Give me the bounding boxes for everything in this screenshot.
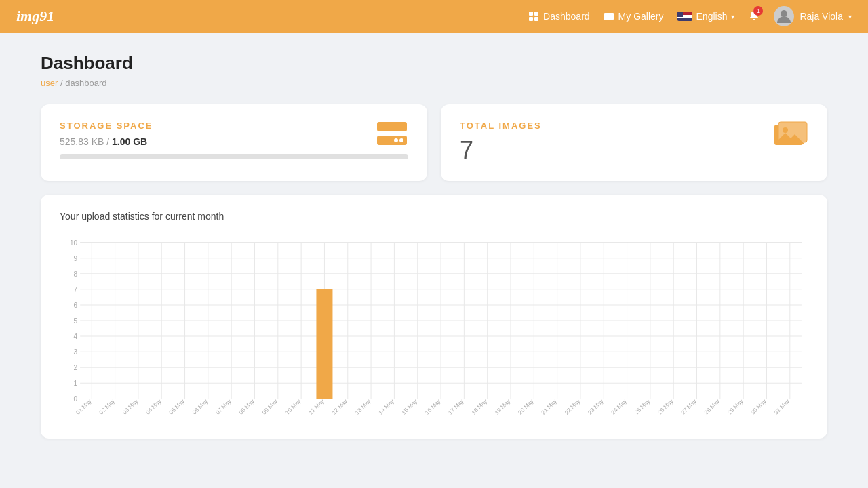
images-icon (773, 121, 808, 150)
flag-icon (677, 12, 692, 21)
app-logo: img91 (16, 7, 54, 25)
svg-point-6 (781, 10, 787, 17)
language-chevron-icon: ▾ (731, 13, 734, 20)
main-content: Dashboard user / dashboard STORAGE SPACE… (0, 33, 868, 459)
storage-usage-text: 525.83 KB / 1.00 GB (60, 136, 408, 147)
breadcrumb: user / dashboard (41, 78, 827, 88)
storage-total: 1.00 GB (112, 136, 147, 147)
user-name: Raja Viola (800, 11, 843, 22)
nav-gallery-label: My Gallery (618, 11, 664, 22)
storage-card: STORAGE SPACE 525.83 KB / 1.00 GB (41, 104, 427, 181)
nav-dashboard-label: Dashboard (543, 11, 590, 22)
storage-card-title: STORAGE SPACE (60, 121, 408, 131)
svg-rect-7 (377, 122, 407, 131)
svg-rect-2 (529, 17, 533, 21)
chart-section: Your upload statistics for current month… (41, 195, 827, 439)
svg-point-10 (394, 138, 398, 142)
storage-used: 525.83 KB (60, 136, 104, 147)
svg-point-14 (783, 127, 788, 133)
header-navigation: Dashboard My Gallery English ▾ 1 Raja Vi… (528, 6, 852, 26)
stats-cards: STORAGE SPACE 525.83 KB / 1.00 GB TOTAL (41, 104, 827, 181)
svg-point-9 (399, 138, 403, 142)
notification-bell[interactable]: 1 (748, 9, 760, 24)
images-count: 7 (460, 136, 808, 165)
breadcrumb-current: dashboard (65, 78, 106, 88)
svg-rect-3 (534, 17, 538, 21)
user-chevron-icon: ▾ (848, 13, 852, 20)
language-selector[interactable]: English ▾ (677, 11, 735, 22)
nav-dashboard[interactable]: Dashboard (528, 11, 590, 22)
nav-gallery[interactable]: My Gallery (604, 11, 664, 22)
svg-rect-1 (534, 12, 538, 16)
notification-badge: 1 (753, 6, 763, 16)
storage-separator: / (106, 136, 112, 147)
storage-icon (376, 121, 408, 149)
user-menu[interactable]: Raja Viola ▾ (774, 6, 852, 26)
app-header: img91 Dashboard My Gallery English ▾ 1 R… (0, 0, 868, 33)
chart-title: Your upload statistics for current month (60, 211, 808, 222)
page-title: Dashboard (41, 53, 827, 74)
images-card: TOTAL IMAGES 7 (441, 104, 827, 181)
avatar (774, 6, 794, 26)
breadcrumb-user[interactable]: user (41, 78, 58, 88)
svg-rect-0 (529, 12, 533, 16)
images-card-title: TOTAL IMAGES (460, 121, 808, 131)
language-label: English (696, 11, 728, 22)
storage-progress-bar (60, 154, 408, 159)
